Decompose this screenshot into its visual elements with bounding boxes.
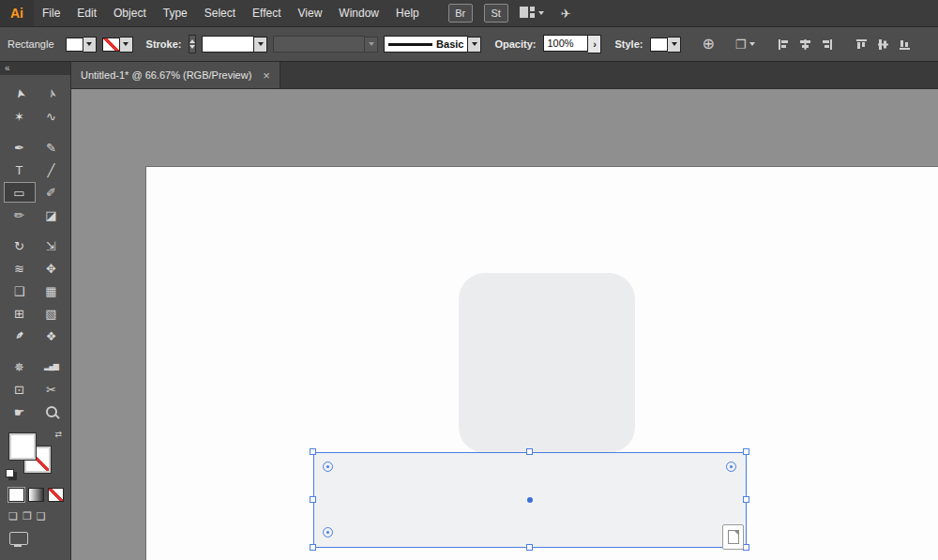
stroke-color-dropdown[interactable]: [102, 37, 133, 53]
selection-handle-top-center[interactable]: [526, 448, 533, 455]
fill-swatch: [66, 38, 83, 52]
pen-tool[interactable]: ✒: [4, 137, 36, 158]
align-right-button[interactable]: [819, 37, 835, 53]
opacity-panel-arrow-icon[interactable]: ›: [588, 35, 601, 53]
style-label: Style:: [614, 38, 643, 50]
selection-handle-middle-right[interactable]: [743, 496, 749, 503]
menu-edit[interactable]: Edit: [68, 0, 105, 26]
share-icon[interactable]: ✈: [561, 7, 571, 21]
screen-mode-button[interactable]: [9, 532, 28, 545]
shaper-tool[interactable]: ✏: [4, 204, 36, 225]
default-fill-stroke-icon[interactable]: [6, 469, 14, 477]
object-options-icon: ❐: [735, 38, 747, 52]
document-info-globe-icon[interactable]: ⊕: [702, 37, 714, 52]
line-segment-tool[interactable]: ╱: [36, 159, 68, 180]
gradient-button[interactable]: [28, 488, 44, 502]
brush-definition-value: Basic: [436, 38, 467, 50]
menu-type[interactable]: Type: [155, 0, 196, 26]
menu-help[interactable]: Help: [387, 0, 428, 26]
fill-stroke-indicator: ⇄: [9, 433, 56, 475]
stroke-none-swatch: [102, 38, 120, 52]
color-button[interactable]: [8, 488, 24, 502]
selection-handle-top-left[interactable]: [310, 448, 316, 455]
corner-widget-top-right[interactable]: [726, 462, 736, 472]
stroke-label: Stroke:: [146, 38, 182, 50]
width-tool[interactable]: ≋: [4, 258, 36, 279]
free-transform-tool[interactable]: ✥: [36, 258, 68, 279]
align-bottom-button[interactable]: [897, 37, 913, 53]
menu-window[interactable]: Window: [330, 0, 387, 26]
corner-widget-bottom-left[interactable]: [323, 527, 333, 537]
workspace-switcher[interactable]: [520, 7, 544, 21]
collapse-panel-button[interactable]: «: [0, 62, 70, 75]
object-options-dropdown[interactable]: ❐: [735, 38, 755, 52]
screen-mode-row: [9, 532, 70, 549]
selection-handle-top-right[interactable]: [743, 448, 749, 455]
opacity-field[interactable]: 100%: [543, 35, 588, 52]
menu-view[interactable]: View: [290, 0, 331, 26]
align-left-button[interactable]: [776, 37, 792, 53]
perspective-grid-tool[interactable]: ▦: [36, 280, 68, 301]
draw-normal-mode-button[interactable]: ❏: [8, 510, 18, 522]
stock-button[interactable]: St: [484, 4, 508, 23]
symbol-sprayer-tool[interactable]: ✵: [4, 356, 36, 377]
close-tab-icon[interactable]: ×: [263, 68, 270, 83]
gradient-tool[interactable]: ▧: [36, 303, 68, 324]
document-tab[interactable]: Untitled-1* @ 66.67% (RGB/Preview) ×: [71, 62, 280, 88]
document-tab-bar: Untitled-1* @ 66.67% (RGB/Preview) ×: [71, 62, 938, 89]
selection-handle-bottom-left[interactable]: [310, 544, 316, 551]
menu-effect[interactable]: Effect: [244, 0, 289, 26]
caret-down-icon: [468, 37, 481, 53]
none-button[interactable]: [48, 488, 64, 502]
align-top-button[interactable]: [854, 37, 870, 53]
rectangle-tool[interactable]: ▭: [4, 182, 36, 203]
selection-handle-bottom-right[interactable]: [743, 544, 749, 551]
selection-center-point: [527, 497, 533, 503]
style-dropdown[interactable]: [650, 37, 681, 53]
align-middle-button[interactable]: [875, 37, 891, 53]
brush-stroke-preview: [388, 43, 432, 46]
caret-down-icon: [365, 37, 378, 53]
menu-bar: Ai File Edit Object Type Select Effect V…: [0, 0, 938, 27]
scale-tool[interactable]: ⇲: [36, 235, 68, 256]
swap-fill-stroke-icon[interactable]: ⇄: [54, 430, 62, 439]
draw-inside-mode-button[interactable]: ❑: [37, 510, 46, 522]
align-center-button[interactable]: [797, 37, 813, 53]
app-logo: Ai: [0, 0, 34, 26]
eraser-tool[interactable]: ◪: [36, 204, 68, 225]
column-graph-tool[interactable]: ▂▄▆: [36, 356, 68, 377]
opacity-control[interactable]: 100% ›: [543, 35, 601, 53]
caret-down-icon: [83, 37, 97, 53]
context-label: Rectangle: [8, 38, 54, 50]
document-area: Untitled-1* @ 66.67% (RGB/Preview) ×: [71, 62, 938, 560]
paintbrush-tool[interactable]: ✐: [36, 182, 68, 203]
blend-tool[interactable]: ❖: [36, 325, 68, 346]
stroke-width-stepper[interactable]: [189, 35, 196, 53]
zoom-tool[interactable]: [36, 401, 68, 422]
draw-behind-mode-button[interactable]: ❐: [23, 510, 32, 522]
selection-handle-middle-left[interactable]: [310, 496, 316, 503]
type-tool[interactable]: T: [4, 159, 36, 180]
menu-object[interactable]: Object: [105, 0, 155, 26]
document-tab-title: Untitled-1* @ 66.67% (RGB/Preview): [81, 69, 251, 81]
rotate-tool[interactable]: ↻: [4, 235, 36, 256]
rounded-rectangle-shape[interactable]: [459, 273, 635, 453]
style-swatch: [650, 38, 668, 52]
fill-color-indicator[interactable]: [9, 433, 36, 460]
canvas-workspace[interactable]: [71, 89, 938, 560]
stroke-width-dropdown[interactable]: [202, 36, 267, 53]
bridge-button[interactable]: Br: [448, 4, 473, 23]
horizontal-align-group: [776, 37, 835, 53]
artboard-tool[interactable]: ⊡: [4, 379, 36, 400]
slice-tool[interactable]: ✂: [36, 379, 68, 400]
curvature-tool[interactable]: ✎: [36, 137, 68, 158]
selection-handle-bottom-center[interactable]: [526, 544, 533, 551]
hand-tool[interactable]: ☛: [4, 401, 36, 422]
brush-definition-dropdown[interactable]: Basic: [384, 36, 481, 53]
corner-widget-top-left[interactable]: [323, 462, 333, 472]
menu-select[interactable]: Select: [196, 0, 244, 26]
shape-builder-tool[interactable]: ❑: [4, 280, 36, 301]
fill-color-dropdown[interactable]: [66, 37, 97, 53]
stroke-width-field[interactable]: [202, 36, 254, 53]
menu-file[interactable]: File: [34, 0, 68, 26]
